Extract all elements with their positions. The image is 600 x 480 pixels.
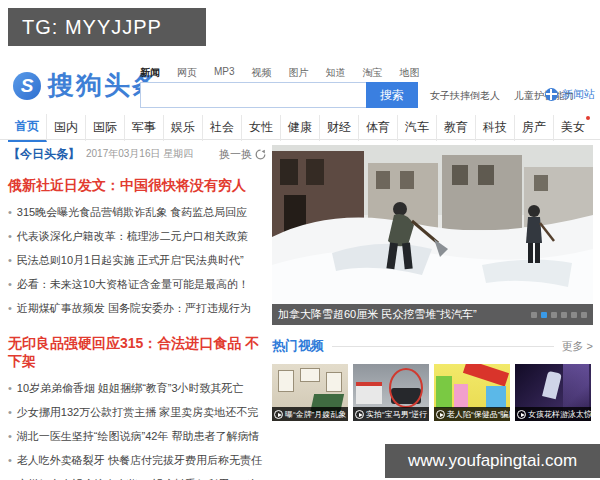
today-date: 2017年03月16日 星期四 xyxy=(86,147,193,161)
video-caption: 老人陷“保健品”骗局 xyxy=(447,409,510,420)
refresh-icon xyxy=(255,149,266,160)
today-label: 【今日头条】 xyxy=(8,146,80,163)
search-tab-news[interactable]: 新闻 xyxy=(140,66,160,80)
search-tab-mp3[interactable]: MP3 xyxy=(214,66,235,80)
news-item[interactable]: 必看：未来这10大资格证含金量可能是最高的！ xyxy=(8,272,266,296)
cartoon-art xyxy=(486,386,506,408)
search-input[interactable] xyxy=(140,82,367,108)
news-list-2: 10岁弟弟偷香烟 姐姐捆绑“教育”3小时致其死亡 少女挪用132万公款打赏主播 … xyxy=(8,376,266,480)
sogou-logo[interactable]: S 搜狗头条 xyxy=(13,68,160,103)
video-thumb-2[interactable]: 实拍“宝马男”逆行 xyxy=(353,364,429,421)
video-caption-bar: 实拍“宝马男”逆行 xyxy=(353,407,429,421)
swimmer-art xyxy=(542,371,562,400)
certificate-art xyxy=(278,370,294,392)
play-icon xyxy=(436,410,445,419)
headline-column: 【今日头条】 2017年03月16日 星期四 换一换 俄新社近日发文：中国很快将… xyxy=(8,145,266,480)
video-caption-bar: 女孩花样游泳太惊艳 xyxy=(515,407,591,421)
news-item[interactable]: 10岁弟弟偷香烟 姐姐捆绑“教育”3小时致其死亡 xyxy=(8,376,266,400)
search-tab-web[interactable]: 网页 xyxy=(177,66,197,80)
sogou-logo-icon: S xyxy=(13,72,41,100)
cartoon-art xyxy=(454,384,468,408)
play-icon xyxy=(274,410,283,419)
slide-dot[interactable] xyxy=(551,312,557,318)
certificate-art xyxy=(326,372,342,392)
video-thumb-3[interactable]: 老人陷“保健品”骗局 xyxy=(434,364,510,421)
nav-tab-domestic[interactable]: 国内 xyxy=(47,115,86,141)
slide-dot[interactable] xyxy=(531,312,537,318)
news-item[interactable]: 近期煤矿事故频发 国务院安委办：严打违规行为 xyxy=(8,296,266,320)
nav-tab-tech[interactable]: 科技 xyxy=(476,115,515,141)
cartoon-art xyxy=(436,376,452,408)
slide-dot[interactable] xyxy=(561,312,567,318)
nav-tab-home[interactable]: 首页 xyxy=(8,114,47,142)
new-badge-dot xyxy=(586,116,590,120)
today-header: 【今日头条】 2017年03月16日 星期四 换一换 xyxy=(8,145,266,163)
news-item[interactable]: 湖北一医生坚持“绘图说病”42年 帮助患者了解病情 xyxy=(8,424,266,448)
search-tab-taobao[interactable]: 淘宝 xyxy=(363,66,383,80)
news-list-1: 315晚会曝光食品营销欺诈乱象 食药监总局回应 代表谈深化户籍改革：梳理涉二元户… xyxy=(8,200,266,320)
news-item[interactable]: 民法总则10月1日起实施 正式开启“民法典时代” xyxy=(8,248,266,272)
slide-dot-active[interactable] xyxy=(541,312,547,318)
news-item[interactable]: 少女挪用132万公款打赏主播 家里卖房卖地还不完 xyxy=(8,400,266,424)
channel-nav: 首页 国内 国际 军事 娱乐 社会 女性 健康 财经 体育 汽车 教育 科技 房… xyxy=(0,116,600,140)
photo-caption: 加拿大降雪超60厘米 民众挖雪堆“找汽车” xyxy=(278,307,477,322)
news-item[interactable]: 代表谈深化户籍改革：梳理涉二元户口相关政策 xyxy=(8,224,266,248)
news-photo-slide[interactable]: 加拿大降雪超60厘米 民众挖雪堆“找汽车” xyxy=(272,145,593,325)
nav-tab-beauty-label: 美女 xyxy=(561,120,585,134)
video-caption-bar: 曝“金牌”月嫂乱象 xyxy=(272,407,348,421)
nav-tab-entertainment[interactable]: 娱乐 xyxy=(164,115,203,141)
nav-tab-sports[interactable]: 体育 xyxy=(359,115,398,141)
nav-tab-society[interactable]: 社会 xyxy=(203,115,242,141)
nav-tab-realestate[interactable]: 房产 xyxy=(515,115,554,141)
slide-dot[interactable] xyxy=(571,312,577,318)
top-watermark: TG: MYYJJPP xyxy=(8,8,206,46)
nav-tab-international[interactable]: 国际 xyxy=(86,115,125,141)
headline-link-1[interactable]: 俄新社近日发文：中国很快将没有穷人 xyxy=(8,176,266,194)
certificate-art xyxy=(300,368,320,382)
search-tab-map[interactable]: 地图 xyxy=(400,66,420,80)
headline-link-2[interactable]: 无印良品强硬回应315：合法进口食品 不下架 xyxy=(8,334,266,370)
hot-videos-title: 热门视频 xyxy=(272,337,324,355)
video-caption: 实拍“宝马男”逆行 xyxy=(366,409,427,420)
search-tab-zhidao[interactable]: 知道 xyxy=(326,66,346,80)
slide-pagination xyxy=(531,312,587,318)
nav-tab-education[interactable]: 教育 xyxy=(437,115,476,141)
snow-scene-illustration xyxy=(272,145,593,325)
nav-tab-beauty[interactable]: 美女 xyxy=(554,115,592,141)
hot-videos-header: 热门视频 更多 > xyxy=(272,337,593,355)
page: TG: MYYJJPP S 搜狗头条 新闻 网页 MP3 视频 图片 知道 淘宝… xyxy=(0,0,600,480)
video-caption: 女孩花样游泳太惊艳 xyxy=(528,409,591,420)
top-watermark-text: TG: MYYJJPP xyxy=(22,16,162,39)
site-header: S 搜狗头条 新闻 网页 MP3 视频 图片 知道 淘宝 地图 搜索 女子扶摔倒… xyxy=(0,58,600,114)
search-tab-image[interactable]: 图片 xyxy=(289,66,309,80)
search-button[interactable]: 搜索 xyxy=(366,82,418,108)
refresh-label: 换一换 xyxy=(219,147,252,162)
news-item[interactable]: 广州知名火锅店惊人内幕 一锅底料重复利用560次 xyxy=(8,472,266,480)
video-thumb-1[interactable]: 曝“金牌”月嫂乱象 xyxy=(272,364,348,421)
bottom-watermark-text: www.youfapingtai.com xyxy=(408,451,577,471)
news-item[interactable]: 老人吃外卖硌裂牙 快餐店付完拔牙费用后称无责任 xyxy=(8,448,266,472)
play-icon xyxy=(355,410,364,419)
play-icon xyxy=(517,410,526,419)
more-videos-link[interactable]: 更多 > xyxy=(562,339,593,354)
search-tab-video[interactable]: 视频 xyxy=(252,66,272,80)
nav-tab-auto[interactable]: 汽车 xyxy=(398,115,437,141)
video-caption: 曝“金牌”月嫂乱象 xyxy=(285,409,346,420)
search-category-tabs: 新闻 网页 MP3 视频 图片 知道 淘宝 地图 xyxy=(140,66,420,80)
slide-dot[interactable] xyxy=(581,312,587,318)
bottom-watermark: www.youfapingtai.com xyxy=(385,444,600,478)
nav-tab-military[interactable]: 军事 xyxy=(125,115,164,141)
nav-tab-women[interactable]: 女性 xyxy=(242,115,281,141)
police-van-art xyxy=(356,382,382,404)
hot-word-1[interactable]: 女子扶摔倒老人 xyxy=(430,89,500,103)
nav-tab-health[interactable]: 健康 xyxy=(281,115,320,141)
video-caption-bar: 老人陷“保健品”骗局 xyxy=(434,407,510,421)
nav-tab-finance[interactable]: 财经 xyxy=(320,115,359,141)
photo-caption-bar: 加拿大降雪超60厘米 民众挖雪堆“找汽车” xyxy=(272,304,593,325)
news-item[interactable]: 315晚会曝光食品营销欺诈乱象 食药监总局回应 xyxy=(8,200,266,224)
news-client-label: 新闻站 xyxy=(562,87,595,102)
video-thumb-4[interactable]: 女孩花样游泳太惊艳 xyxy=(515,364,591,421)
news-client-link[interactable]: 新闻站 xyxy=(545,87,595,102)
divider xyxy=(332,346,554,347)
refresh-button[interactable]: 换一换 xyxy=(219,147,266,162)
